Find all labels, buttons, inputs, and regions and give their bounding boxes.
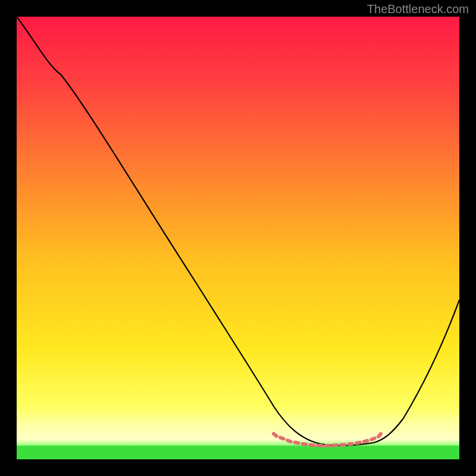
main-curve [17, 17, 459, 446]
plot-area [17, 17, 459, 459]
watermark-text: TheBottleneck.com [367, 2, 469, 16]
curve-layer [17, 17, 459, 459]
chart-container [0, 0, 476, 476]
